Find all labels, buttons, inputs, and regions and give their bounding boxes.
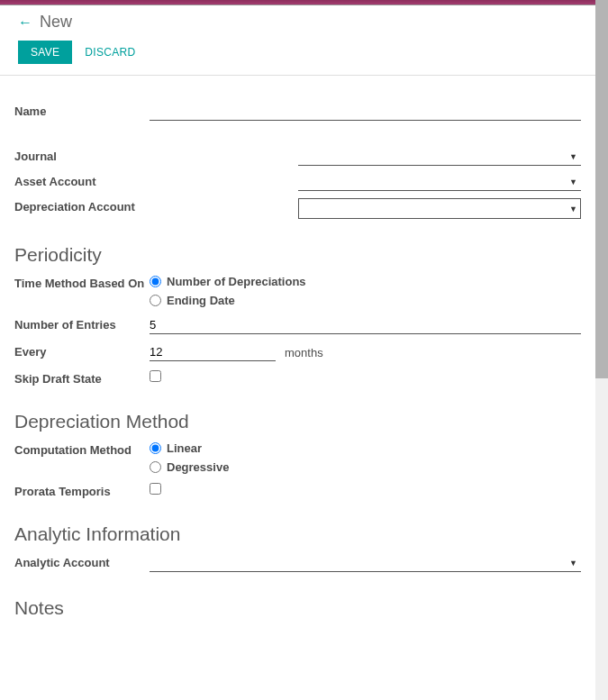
skip-draft-label: Skip Draft State bbox=[14, 370, 150, 386]
number-entries-label: Number of Entries bbox=[14, 316, 150, 332]
analytic-title: Analytic Information bbox=[14, 523, 581, 545]
radio-number-depreciations[interactable]: Number of Depreciations bbox=[150, 275, 581, 288]
form-sheet: Name Journal ▼ Asset Account ▼ bbox=[0, 76, 595, 646]
computation-method-label: Computation Method bbox=[14, 441, 150, 457]
journal-label: Journal bbox=[14, 148, 298, 163]
notes-title: Notes bbox=[14, 597, 581, 619]
prorata-label: Prorata Temporis bbox=[14, 483, 150, 498]
name-label: Name bbox=[14, 103, 150, 118]
depreciation-account-dropdown[interactable] bbox=[298, 198, 581, 219]
radio-linear[interactable]: Linear bbox=[150, 441, 581, 455]
journal-row: Journal ▼ bbox=[14, 148, 581, 166]
analytic-account-row: Analytic Account ▼ bbox=[14, 554, 581, 572]
every-row: Every months bbox=[14, 343, 581, 361]
every-label: Every bbox=[14, 343, 150, 359]
prorata-checkbox[interactable] bbox=[150, 483, 161, 495]
asset-account-dropdown[interactable] bbox=[298, 173, 581, 191]
skip-draft-row: Skip Draft State bbox=[14, 370, 581, 386]
prorata-row: Prorata Temporis bbox=[14, 483, 581, 498]
radio-ending-label: Ending Date bbox=[167, 294, 235, 307]
action-buttons: SAVE DISCARD bbox=[18, 41, 577, 64]
analytic-account-label: Analytic Account bbox=[14, 554, 150, 569]
name-row: Name bbox=[14, 103, 581, 121]
time-method-label: Time Method Based On bbox=[14, 275, 150, 290]
scrollbar-thumb[interactable] bbox=[595, 0, 608, 378]
depreciation-account-label: Depreciation Account bbox=[14, 198, 298, 214]
radio-ending-date[interactable]: Ending Date bbox=[150, 294, 581, 307]
asset-account-label: Asset Account bbox=[14, 173, 298, 188]
breadcrumb: ← New bbox=[18, 13, 577, 32]
depreciation-account-row: Depreciation Account ▼ bbox=[14, 198, 581, 219]
name-input[interactable] bbox=[150, 103, 581, 121]
every-unit: months bbox=[285, 346, 323, 359]
radio-degressive[interactable]: Degressive bbox=[150, 460, 581, 474]
number-entries-row: Number of Entries bbox=[14, 316, 581, 334]
control-panel: ← New SAVE DISCARD bbox=[0, 5, 595, 76]
radio-linear-label: Linear bbox=[167, 441, 202, 455]
radio-degressive-input[interactable] bbox=[150, 461, 161, 473]
vertical-scrollbar[interactable] bbox=[595, 0, 608, 700]
discard-button[interactable]: DISCARD bbox=[85, 46, 135, 59]
periodicity-title: Periodicity bbox=[14, 244, 581, 266]
back-arrow-icon[interactable]: ← bbox=[18, 15, 32, 30]
radio-number-input[interactable] bbox=[150, 276, 161, 287]
analytic-account-dropdown[interactable] bbox=[150, 554, 581, 572]
number-entries-input[interactable] bbox=[150, 316, 581, 334]
radio-ending-input[interactable] bbox=[150, 295, 161, 306]
asset-account-row: Asset Account ▼ bbox=[14, 173, 581, 191]
every-input[interactable] bbox=[150, 343, 276, 361]
computation-method-row: Computation Method Linear Degressive bbox=[14, 441, 581, 474]
radio-degressive-label: Degressive bbox=[167, 460, 229, 474]
depreciation-method-title: Depreciation Method bbox=[14, 411, 581, 432]
radio-number-label: Number of Depreciations bbox=[167, 275, 306, 288]
radio-linear-input[interactable] bbox=[150, 442, 161, 454]
journal-dropdown[interactable] bbox=[298, 148, 581, 166]
skip-draft-checkbox[interactable] bbox=[150, 370, 161, 382]
save-button[interactable]: SAVE bbox=[18, 41, 72, 64]
time-method-row: Time Method Based On Number of Depreciat… bbox=[14, 275, 581, 307]
page-title: New bbox=[40, 13, 72, 32]
